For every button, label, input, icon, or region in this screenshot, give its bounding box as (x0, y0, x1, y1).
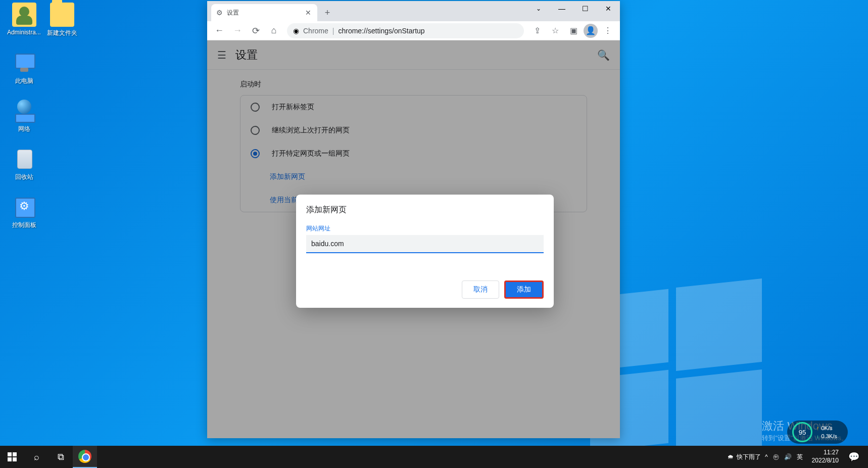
address-bar[interactable]: ◉ Chrome | chrome://settings/onStartup (287, 23, 524, 38)
network-monitor-widget[interactable]: 95 ↑0K/s ↓0.3K/s (787, 420, 848, 444)
tray-ime-icon[interactable]: ㊥ (773, 453, 779, 461)
taskbar-chrome-button[interactable] (73, 446, 97, 468)
window-maximize-button[interactable]: ☐ (573, 1, 597, 16)
user-folder-icon (12, 3, 36, 27)
add-page-dialog: 添加新网页 网站网址 取消 添加 (296, 195, 554, 308)
taskbar-clock[interactable]: 11:27 2022/8/10 (812, 449, 839, 464)
desktop-icon-network[interactable]: 网络 (5, 99, 43, 133)
window-minimize-button[interactable]: — (550, 1, 573, 16)
settings-page: ☰ 设置 🔍 启动时 打开新标签页 继续浏览上次打开的网页 (207, 40, 620, 438)
network-icon (12, 99, 36, 123)
profile-avatar-icon[interactable]: 👤 (584, 24, 598, 38)
gear-icon: ⚙ (216, 9, 223, 17)
notification-center-button[interactable]: 💬 (843, 446, 865, 468)
menu-kebab-icon[interactable]: ⋮ (600, 23, 616, 39)
chrome-icon (78, 450, 91, 463)
nav-reload-button[interactable]: ⟳ (248, 23, 264, 39)
chrome-window: ⚙ 设置 ✕ + ⌄ — ☐ ✕ ← → ⟳ ⌂ ◉ Chrome | chro… (207, 1, 620, 438)
cancel-button[interactable]: 取消 (462, 280, 499, 299)
dialog-title: 添加新网页 (306, 205, 544, 215)
folder-icon (50, 3, 74, 27)
tray-volume-icon[interactable]: 🔊 (784, 453, 792, 460)
nav-home-button[interactable]: ⌂ (266, 23, 282, 39)
recycle-bin-icon (12, 147, 36, 171)
taskbar-search-button[interactable]: ⌕ (24, 446, 49, 468)
taskbar-weather[interactable]: 🌧 快下雨了 (728, 453, 761, 461)
browser-tab-settings[interactable]: ⚙ 设置 ✕ (211, 4, 317, 21)
computer-icon (12, 51, 36, 75)
chrome-titlebar[interactable]: ⚙ 设置 ✕ + ⌄ — ☐ ✕ (207, 1, 620, 21)
window-close-button[interactable]: ✕ (597, 1, 620, 16)
cpu-percent: 95 (792, 422, 812, 442)
reading-list-icon[interactable]: ▣ (565, 23, 582, 39)
chrome-toolbar: ← → ⟳ ⌂ ◉ Chrome | chrome://settings/onS… (207, 21, 620, 40)
upload-speed: ↑0K/s (816, 424, 837, 433)
task-view-button[interactable]: ⧉ (49, 446, 73, 468)
tray-chevron-icon[interactable]: ^ (765, 453, 768, 460)
tab-title: 设置 (227, 9, 300, 17)
nav-back-button[interactable]: ← (211, 23, 227, 39)
taskbar: ⌕ ⧉ 🌧 快下雨了 ^ ㊥ 🔊 英 11:27 2022/8/10 💬 (0, 446, 868, 468)
window-dropdown-button[interactable]: ⌄ (527, 1, 550, 16)
chrome-logo-icon: ◉ (293, 27, 299, 35)
add-button[interactable]: 添加 (504, 280, 544, 299)
desktop-icon-administrator[interactable]: Administra... (5, 3, 43, 36)
bookmark-icon[interactable]: ☆ (547, 23, 563, 39)
download-speed: ↓0.3K/s (816, 432, 837, 441)
desktop-icon-this-pc[interactable]: 此电脑 (5, 51, 43, 85)
new-tab-button[interactable]: + (320, 6, 334, 20)
field-label-url: 网站网址 (306, 224, 544, 233)
desktop-icon-recycle-bin[interactable]: 回收站 (5, 147, 43, 181)
tab-close-icon[interactable]: ✕ (304, 9, 312, 17)
desktop-icon-new-folder[interactable]: 新建文件夹 (43, 3, 81, 37)
url-input[interactable] (306, 235, 544, 253)
share-icon[interactable]: ⇪ (529, 23, 545, 39)
tray-ime-lang[interactable]: 英 (797, 453, 803, 461)
start-button[interactable] (0, 446, 24, 468)
desktop-icon-control-panel[interactable]: 控制面板 (5, 195, 43, 229)
rain-icon: 🌧 (728, 453, 734, 460)
control-panel-icon (12, 195, 36, 219)
nav-forward-button: → (229, 23, 246, 39)
